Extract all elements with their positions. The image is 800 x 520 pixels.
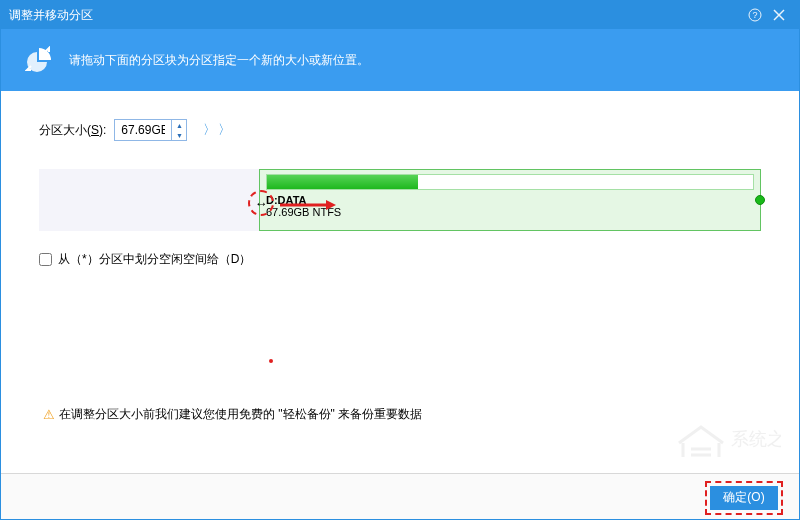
marker-dot	[269, 359, 273, 363]
footer: 确定(O)	[1, 473, 799, 520]
close-icon[interactable]	[767, 3, 791, 27]
drag-icon: ↔	[255, 196, 268, 211]
warning-icon: ⚠	[43, 407, 55, 422]
size-spinbox[interactable]: ▲ ▼	[114, 119, 187, 141]
banner: 请拖动下面的分区块为分区指定一个新的大小或新位置。	[1, 29, 799, 91]
partition-icon	[25, 46, 53, 74]
allocate-label: 从（*）分区中划分空闲空间给（D）	[58, 251, 251, 268]
expand-toggle[interactable]: 〉〉	[203, 121, 233, 139]
watermark: 系统之家	[671, 405, 781, 465]
warning-row: ⚠ 在调整分区大小前我们建议您使用免费的 "轻松备份" 来备份重要数据	[43, 406, 422, 423]
svg-marker-5	[326, 200, 336, 210]
ok-highlight: 确定(O)	[705, 481, 783, 515]
partition-bar[interactable]: D:DATA 67.69GB NTFS ↔	[39, 169, 761, 231]
size-label: 分区大小(S):	[39, 122, 106, 139]
size-row: 分区大小(S): ▲ ▼ 〉〉	[39, 119, 761, 141]
resize-handle-right[interactable]	[755, 195, 765, 205]
usage-bar	[266, 174, 754, 190]
window-title: 调整并移动分区	[9, 7, 743, 24]
title-bar: 调整并移动分区 ?	[1, 1, 799, 29]
ok-button[interactable]: 确定(O)	[710, 486, 778, 510]
allocate-checkbox[interactable]	[39, 253, 52, 266]
help-icon[interactable]: ?	[743, 3, 767, 27]
partition-info: 67.69GB NTFS	[266, 206, 754, 218]
size-input[interactable]	[115, 120, 171, 140]
allocate-checkbox-row: 从（*）分区中划分空闲空间给（D）	[39, 251, 761, 268]
usage-fill	[267, 175, 418, 189]
content-area: 分区大小(S): ▲ ▼ 〉〉 D:DATA 67.69GB NTFS ↔	[1, 91, 799, 520]
free-space-left[interactable]	[39, 169, 259, 231]
arrow-icon	[280, 199, 336, 211]
partition-name: D:DATA	[266, 194, 754, 206]
highlight-circle: ↔	[248, 190, 274, 216]
svg-text:系统之家: 系统之家	[731, 429, 781, 449]
spin-up-icon[interactable]: ▲	[172, 120, 186, 130]
partition-block[interactable]: D:DATA 67.69GB NTFS ↔	[259, 169, 761, 231]
banner-text: 请拖动下面的分区块为分区指定一个新的大小或新位置。	[69, 52, 369, 69]
spin-down-icon[interactable]: ▼	[172, 130, 186, 140]
svg-text:?: ?	[752, 10, 757, 20]
warning-text: 在调整分区大小前我们建议您使用免费的 "轻松备份" 来备份重要数据	[59, 406, 422, 423]
